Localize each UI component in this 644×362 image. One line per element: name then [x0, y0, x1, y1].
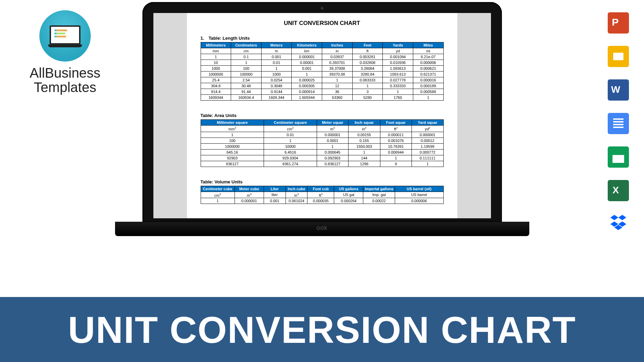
word-icon[interactable]: [608, 79, 629, 101]
table-cell: 0.001094: [383, 54, 413, 60]
table-cell: 6.21e-07: [413, 54, 443, 60]
table-cell: yd: [383, 48, 413, 54]
table-cell: 1: [412, 161, 443, 167]
table-cell: 160934.4: [231, 95, 262, 101]
section-length-heading: 1. Table: Length Units: [201, 36, 444, 41]
table-cell: 0.00155: [349, 132, 380, 138]
table-cell: 12: [322, 83, 353, 89]
table-header: Foot squar: [380, 120, 412, 126]
camera-icon: [321, 7, 324, 10]
table-cell: 63360: [322, 95, 353, 101]
table-cell: 0.000011: [380, 132, 412, 138]
brand-logo: AllBusiness Templates: [21, 10, 110, 94]
table-cell: 0.01: [261, 60, 292, 66]
table-row: 100010010.00139.370083.280841.0936130.00…: [201, 66, 443, 72]
table-cell: 0.000264: [334, 198, 363, 204]
table-header: Yards: [383, 42, 413, 48]
table-row: 8361278361.2740.836127129691: [201, 161, 443, 167]
table-header: Centimeter cube: [201, 186, 235, 192]
table-cell: 0.155: [349, 138, 380, 143]
table-cell: 10: [201, 60, 231, 66]
table-header: Yard squar: [412, 120, 443, 126]
table-cell: 1: [317, 143, 348, 149]
table-cell: 0.000006: [395, 198, 443, 204]
table-cell: 1000000: [201, 72, 231, 77]
table-row: 10000001000001000139370.083280.841093.61…: [201, 72, 443, 77]
powerpoint-icon[interactable]: [608, 12, 629, 34]
table-cell: 0.061024: [286, 198, 307, 204]
table-cell: cm2: [264, 126, 317, 132]
brand-logo-icon: [39, 10, 91, 62]
google-slides-icon[interactable]: [608, 46, 629, 67]
table-cell: Imp. gal: [363, 192, 395, 198]
table-cell: 92903: [201, 155, 264, 161]
table-header: Centimeters: [231, 42, 262, 48]
table-cell: 0.001: [292, 66, 322, 72]
table-cell: 0.003281: [352, 54, 383, 60]
document-page: UNIT CONVERSION CHART 1. Table: Length U…: [187, 13, 457, 218]
table-header: Meters: [261, 42, 292, 48]
table-cell: 1: [201, 198, 235, 204]
table-cell: 0.001: [261, 54, 292, 60]
table-cell: in3: [286, 192, 307, 198]
table-cell: 0.393701: [322, 60, 353, 66]
section-volume-heading: Table: Volume Units: [201, 179, 444, 184]
google-docs-icon[interactable]: [608, 113, 629, 134]
table-row: 645.166.45160.00064510.0069440.000772: [201, 149, 443, 155]
table-cell: yd2: [412, 126, 443, 132]
table-cell: ft2: [380, 126, 412, 132]
table-cell: 2.54: [231, 77, 262, 83]
table-row: 25.42.540.02540.00002510.0833330.0277780…: [201, 77, 443, 83]
table-cell: 0.000016: [413, 77, 443, 83]
table-cell: 3.28084: [352, 66, 383, 72]
excel-icon[interactable]: [608, 180, 629, 201]
table-cell: 0.000001: [412, 132, 443, 138]
table-header: Miles: [413, 42, 443, 48]
table-cell: 10000: [264, 143, 317, 149]
volume-units-table: Centimeter cubeMeter cubeLiterInch cubeF…: [201, 186, 444, 204]
table-cell: 1000: [261, 72, 292, 77]
laptop-screen: UNIT CONVERSION CHART 1. Table: Length U…: [153, 13, 491, 218]
table-cell: ft3: [307, 192, 334, 198]
table-cell: 914.4: [201, 89, 231, 95]
table-cell: 1: [292, 72, 322, 77]
title-banner: UNIT CONVERSION CHART: [0, 297, 644, 362]
table-cell: 0.1: [231, 54, 262, 60]
area-units-table: Millimeter squareCentimeter squareMeter …: [201, 119, 444, 167]
table-header: Kilometers: [292, 42, 322, 48]
table-cell: cm3: [201, 192, 235, 198]
table-cell: mm: [201, 48, 231, 54]
table-cell: 0.001: [264, 198, 286, 204]
brand-name-line2: Templates: [21, 80, 110, 94]
table-cell: ft: [352, 48, 383, 54]
table-cell: 0.000001: [235, 198, 264, 204]
table-cell: 0.000001: [317, 132, 348, 138]
google-sheets-icon[interactable]: [608, 146, 629, 168]
table-cell: 1: [322, 77, 353, 83]
table-cell: 144: [349, 155, 380, 161]
table-cell: 1: [380, 155, 412, 161]
table-cell: 0.0001: [317, 138, 348, 143]
table-row: 10.10.0010.0000010.039370.0032810.001094…: [201, 54, 443, 60]
table-cell: 1: [413, 95, 443, 101]
table-cell: 5280: [352, 95, 383, 101]
table-cell: 0.092903: [317, 155, 348, 161]
table-cell: 9: [380, 161, 412, 167]
table-cell: liter: [264, 192, 286, 198]
table-header: US gallons: [334, 186, 363, 192]
table-cell: 0.000035: [307, 198, 334, 204]
table-header: Inches: [322, 42, 353, 48]
table-header: Liter: [264, 186, 286, 192]
table-cell: 1: [383, 89, 413, 95]
table-header: Centimeter square: [264, 120, 317, 126]
table-cell: 0.000025: [292, 77, 322, 83]
table-cell: 1: [264, 138, 317, 143]
table-cell: 25.4: [201, 77, 231, 83]
dropbox-icon[interactable]: [608, 214, 629, 235]
table-cell: 10.76391: [380, 143, 412, 149]
table-cell: mi: [413, 48, 443, 54]
table-cell: 100000: [231, 72, 262, 77]
table-cell: 304.8: [201, 83, 231, 89]
table-cell: 0.111111: [412, 155, 443, 161]
table-cell: 0.00022: [363, 198, 395, 204]
